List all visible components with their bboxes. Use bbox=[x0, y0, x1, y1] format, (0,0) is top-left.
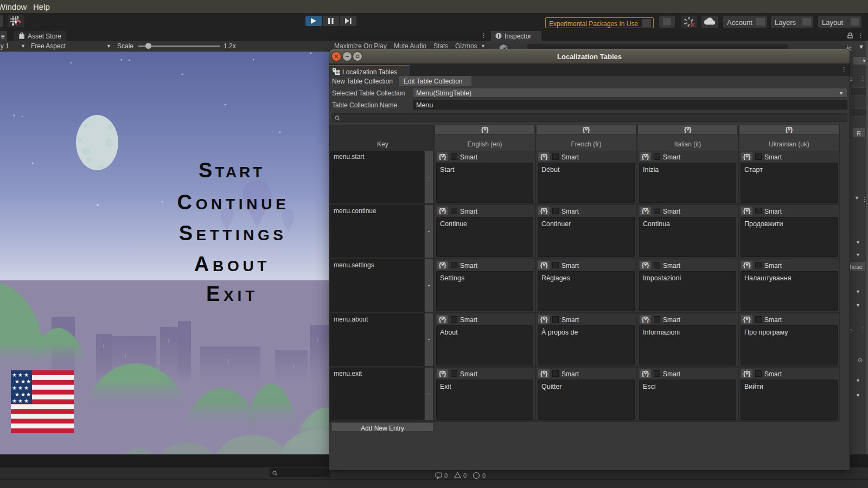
svg-text:}: } bbox=[443, 152, 446, 160]
svg-text:{: { bbox=[439, 369, 442, 377]
svg-text:★: ★ bbox=[18, 385, 23, 391]
svg-text:0: 0 bbox=[444, 472, 448, 479]
svg-text:}: } bbox=[646, 207, 649, 214]
svg-text:★: ★ bbox=[12, 372, 17, 378]
svg-text:0: 0 bbox=[482, 472, 486, 479]
svg-text:}: } bbox=[443, 261, 446, 268]
svg-text:{: { bbox=[439, 152, 442, 160]
svg-text:{: { bbox=[642, 369, 644, 377]
svg-text:{: { bbox=[540, 369, 543, 377]
svg-text:}: } bbox=[545, 261, 548, 268]
svg-text:}: } bbox=[443, 315, 446, 323]
svg-text:{: { bbox=[642, 315, 644, 323]
svg-text:{: { bbox=[439, 315, 442, 323]
svg-text:{: { bbox=[743, 369, 746, 377]
svg-text:}: } bbox=[545, 207, 548, 214]
svg-text:}: } bbox=[545, 369, 548, 377]
svg-text:}: } bbox=[587, 125, 590, 133]
svg-text:}: } bbox=[443, 369, 446, 377]
svg-text:{: { bbox=[642, 261, 644, 268]
svg-text:{: { bbox=[439, 207, 442, 214]
svg-text:{: { bbox=[642, 207, 644, 214]
svg-text:}: } bbox=[748, 369, 751, 377]
svg-text:{: { bbox=[642, 152, 644, 160]
svg-text:}: } bbox=[748, 207, 751, 214]
svg-text:}: } bbox=[646, 152, 649, 160]
svg-text:}: } bbox=[748, 261, 751, 268]
svg-text:{: { bbox=[743, 261, 746, 268]
svg-text:}: } bbox=[646, 369, 649, 377]
svg-text:{: { bbox=[540, 261, 543, 268]
svg-text:}: } bbox=[545, 152, 548, 160]
svg-text:★: ★ bbox=[26, 378, 31, 384]
svg-text:{: { bbox=[540, 207, 543, 214]
svg-text:★: ★ bbox=[24, 398, 29, 404]
svg-text:★: ★ bbox=[15, 391, 20, 397]
svg-text:{: { bbox=[540, 152, 543, 160]
svg-text:{: { bbox=[439, 261, 442, 268]
svg-text:{: { bbox=[743, 207, 746, 214]
svg-text:}: } bbox=[790, 125, 793, 133]
svg-text:★: ★ bbox=[26, 391, 31, 397]
svg-text:{: { bbox=[743, 315, 746, 323]
svg-text:★: ★ bbox=[12, 385, 17, 391]
svg-text:0: 0 bbox=[463, 472, 467, 479]
svg-text:{: { bbox=[540, 315, 543, 323]
svg-text:★: ★ bbox=[18, 372, 23, 378]
svg-text:}: } bbox=[748, 315, 751, 323]
svg-text:★: ★ bbox=[24, 385, 29, 391]
svg-text:}: } bbox=[688, 125, 692, 133]
svg-text:★: ★ bbox=[21, 378, 25, 384]
svg-text:}: } bbox=[646, 261, 649, 268]
svg-text:{: { bbox=[481, 125, 484, 133]
svg-text:}: } bbox=[486, 125, 489, 133]
svg-text:★: ★ bbox=[24, 372, 29, 378]
svg-text:{: { bbox=[786, 125, 788, 133]
svg-text:}: } bbox=[748, 152, 751, 160]
svg-text:{: { bbox=[583, 125, 585, 133]
svg-text:}: } bbox=[443, 207, 446, 214]
svg-text:★: ★ bbox=[21, 391, 25, 397]
svg-text:★: ★ bbox=[15, 378, 20, 384]
svg-text:★: ★ bbox=[12, 398, 17, 404]
svg-text:{: { bbox=[684, 125, 687, 133]
svg-text:★: ★ bbox=[18, 398, 23, 404]
svg-text:}: } bbox=[545, 315, 548, 323]
svg-text:}: } bbox=[646, 315, 649, 323]
svg-text:{: { bbox=[743, 152, 746, 160]
